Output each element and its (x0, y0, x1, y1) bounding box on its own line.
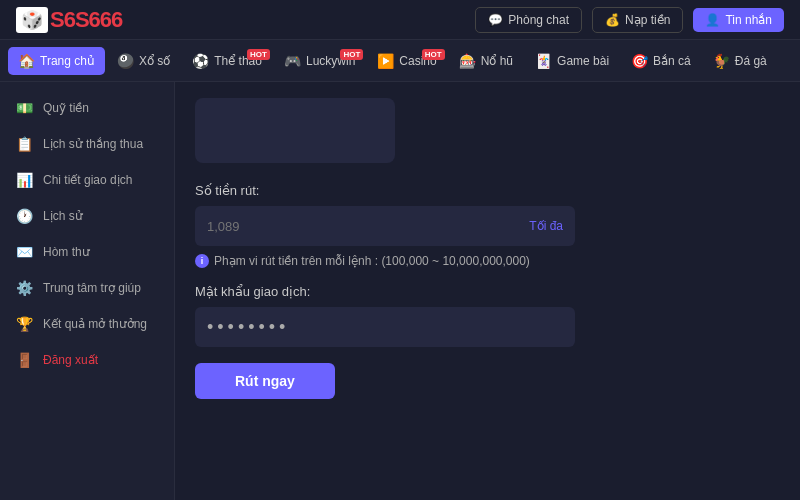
gamebai-icon: 🃏 (535, 53, 552, 69)
hot-badge-casino: HOT (422, 49, 445, 60)
ketqua-icon: 🏆 (16, 316, 33, 332)
sidebar-item-dang-xuat[interactable]: 🚪 Đăng xuất (0, 342, 174, 378)
logo-box: 🎲 (16, 7, 48, 33)
password-input[interactable] (207, 317, 563, 338)
sidebar-item-chi-tiet-giao-dich[interactable]: 📊 Chi tiết giao dịch (0, 162, 174, 198)
nav-item-da-ga[interactable]: 🐓 Đá gà (703, 47, 777, 75)
thethao-icon: ⚽ (192, 53, 209, 69)
daga-icon: 🐓 (713, 53, 730, 69)
casino-icon: ▶️ (377, 53, 394, 69)
nav-item-game-bai[interactable]: 🃏 Game bài (525, 47, 619, 75)
sidebar-item-ket-qua-mo-thuong[interactable]: 🏆 Kết quả mở thưởng (0, 306, 174, 342)
chitiet-icon: 📊 (16, 172, 33, 188)
sidebar-item-trung-tam-tro-giup[interactable]: ⚙️ Trung tâm trợ giúp (0, 270, 174, 306)
so-tien-rut-label: Số tiền rút: (195, 183, 780, 198)
content-area: Số tiền rút: Tối đa i Phạm vi rút tiền t… (175, 82, 800, 500)
password-input-wrap (195, 307, 575, 347)
top-bar: 🎲 S6S666 💬 Phòng chat 💰 Nạp tiền 👤 Tin n… (0, 0, 800, 40)
trotro-icon: ⚙️ (16, 280, 33, 296)
nav-item-no-hu[interactable]: 🎰 Nổ hũ (449, 47, 523, 75)
xoso-icon: 🎱 (117, 53, 134, 69)
hot-badge-luckywin: HOT (340, 49, 363, 60)
quy-tien-icon: 💵 (16, 100, 33, 116)
phong-chat-button[interactable]: 💬 Phòng chat (475, 7, 582, 33)
logo-text: S6S666 (50, 7, 122, 33)
nav-item-the-thao[interactable]: ⚽ Thể thao HOT (182, 47, 272, 75)
banca-icon: 🎯 (631, 53, 648, 69)
nav-item-xo-so[interactable]: 🎱 Xổ số (107, 47, 180, 75)
info-icon: i (195, 254, 209, 268)
nav-item-casino[interactable]: ▶️ Casino HOT (367, 47, 446, 75)
tin-nhan-button[interactable]: 👤 Tin nhắn (693, 8, 784, 32)
nav-item-ban-ca[interactable]: 🎯 Bắn cá (621, 47, 701, 75)
luckywin-icon: 🎮 (284, 53, 301, 69)
nav-bar: 🏠 Trang chủ 🎱 Xổ số ⚽ Thể thao HOT 🎮 Luc… (0, 40, 800, 82)
nav-item-luckywin[interactable]: 🎮 Luckywin HOT (274, 47, 365, 75)
sidebar: 💵 Quỹ tiền 📋 Lịch sử thắng thua 📊 Chi ti… (0, 82, 175, 500)
sidebar-item-quy-tien[interactable]: 💵 Quỹ tiền (0, 90, 174, 126)
nav-item-trang-chu[interactable]: 🏠 Trang chủ (8, 47, 105, 75)
sidebar-item-lich-su[interactable]: 🕐 Lịch sử (0, 198, 174, 234)
rut-ngay-button[interactable]: Rút ngay (195, 363, 335, 399)
hot-badge-thethao: HOT (247, 49, 270, 60)
nohu-icon: 🎰 (459, 53, 476, 69)
bell-icon: 👤 (705, 13, 720, 27)
wallet-icon: 💰 (605, 13, 620, 27)
top-right: 💬 Phòng chat 💰 Nạp tiền 👤 Tin nhắn (475, 7, 784, 33)
logout-icon: 🚪 (16, 352, 33, 368)
toi-da-link[interactable]: Tối đa (529, 219, 563, 233)
logo: 🎲 S6S666 (16, 7, 122, 33)
mat-khau-label: Mật khẩu giao dịch: (195, 284, 780, 299)
sidebar-item-lich-su-thang-thua[interactable]: 📋 Lịch sử thắng thua (0, 126, 174, 162)
amount-input-row: Tối đa (195, 206, 575, 246)
bank-card-preview (195, 98, 395, 163)
range-info: i Phạm vi rút tiền trên mỗi lệnh : (100,… (195, 254, 780, 268)
nap-tien-button[interactable]: 💰 Nạp tiền (592, 7, 683, 33)
lichsu-tt-icon: 📋 (16, 136, 33, 152)
homthu-icon: ✉️ (16, 244, 33, 260)
chat-icon: 💬 (488, 13, 503, 27)
lichsu-icon: 🕐 (16, 208, 33, 224)
sidebar-item-hom-thu[interactable]: ✉️ Hòm thư (0, 234, 174, 270)
amount-input[interactable] (207, 219, 529, 234)
main-layout: 💵 Quỹ tiền 📋 Lịch sử thắng thua 📊 Chi ti… (0, 82, 800, 500)
home-icon: 🏠 (18, 53, 35, 69)
